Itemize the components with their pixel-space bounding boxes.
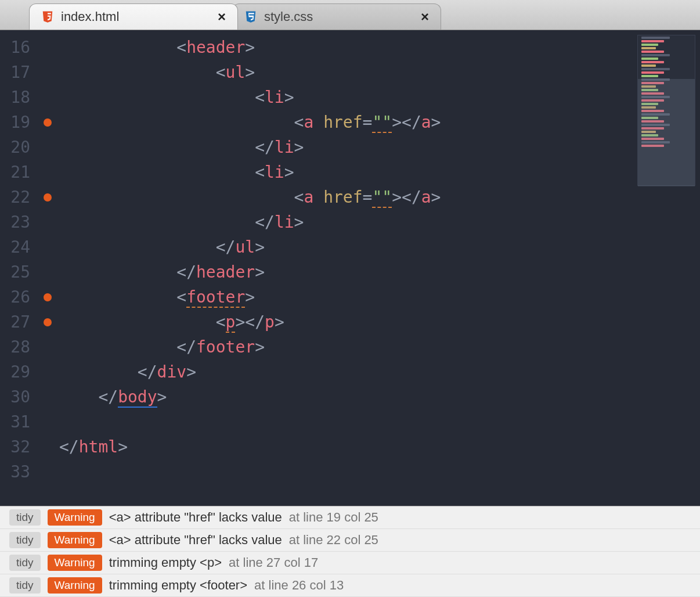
lint-message: trimming empty <p> xyxy=(109,555,222,570)
code-line[interactable]: <a href=""></a> xyxy=(59,110,700,135)
lint-level-badge: Warning xyxy=(48,577,102,594)
line-number: 17 xyxy=(0,60,30,85)
line-number: 32 xyxy=(0,434,30,459)
error-dot-icon[interactable] xyxy=(44,293,52,301)
lint-message: <a> attribute "href" lacks value xyxy=(109,533,282,548)
marker-slot xyxy=(36,434,59,459)
lint-source-badge: tidy xyxy=(9,532,41,548)
line-number: 29 xyxy=(0,359,30,384)
error-marker-gutter xyxy=(36,30,59,506)
minimap-viewport[interactable] xyxy=(638,79,695,186)
marker-slot xyxy=(36,185,59,210)
lint-location: at line 19 col 25 xyxy=(289,510,378,525)
lint-level-badge: Warning xyxy=(48,555,102,571)
line-number: 18 xyxy=(0,85,30,110)
lint-level-badge: Warning xyxy=(48,509,102,526)
marker-slot xyxy=(36,260,59,285)
tab-index-html[interactable]: index.html × xyxy=(29,3,238,30)
close-icon[interactable]: × xyxy=(218,10,226,24)
minimap[interactable] xyxy=(637,35,695,186)
code-line[interactable]: </html> xyxy=(59,434,700,459)
line-number: 20 xyxy=(0,135,30,160)
lint-row[interactable]: tidyWarningtrimming empty <p> at line 27… xyxy=(0,552,700,574)
code-editor[interactable]: 161718192021222324252627282930313233 <he… xyxy=(0,30,700,506)
marker-slot xyxy=(36,409,59,434)
marker-slot xyxy=(36,235,59,260)
line-number: 19 xyxy=(0,110,30,135)
code-line[interactable] xyxy=(59,459,700,484)
code-line[interactable]: <header> xyxy=(59,35,700,60)
marker-slot xyxy=(36,459,59,484)
lint-row[interactable]: tidyWarning<a> attribute "href" lacks va… xyxy=(0,529,700,552)
line-number: 30 xyxy=(0,384,30,409)
lint-row[interactable]: tidyWarning<a> attribute "href" lacks va… xyxy=(0,506,700,529)
line-number: 24 xyxy=(0,235,30,260)
code-line[interactable]: <li> xyxy=(59,85,700,110)
line-number: 28 xyxy=(0,335,30,359)
html5-icon xyxy=(41,10,54,23)
app-root: index.html × style.css × 161718192021222… xyxy=(0,0,700,597)
marker-slot xyxy=(36,135,59,160)
lint-location: at line 27 col 17 xyxy=(229,555,318,570)
marker-slot xyxy=(36,384,59,409)
code-line[interactable]: </li> xyxy=(59,210,700,235)
marker-slot xyxy=(36,110,59,135)
tab-style-css[interactable]: style.css × xyxy=(232,3,441,30)
line-number: 31 xyxy=(0,409,30,434)
line-number: 22 xyxy=(0,185,30,210)
line-number: 26 xyxy=(0,285,30,310)
code-line[interactable]: </footer> xyxy=(59,335,700,359)
line-number: 33 xyxy=(0,459,30,484)
code-line[interactable] xyxy=(59,409,700,434)
marker-slot xyxy=(36,85,59,110)
marker-slot xyxy=(36,285,59,310)
marker-slot xyxy=(36,160,59,185)
lint-row[interactable]: tidyWarningtrimming empty <footer> at li… xyxy=(0,574,700,597)
marker-slot xyxy=(36,310,59,335)
code-line[interactable]: <ul> xyxy=(59,60,700,85)
lint-level-badge: Warning xyxy=(48,532,102,548)
line-number-gutter: 161718192021222324252627282930313233 xyxy=(0,30,36,506)
lint-message: <a> attribute "href" lacks value xyxy=(109,510,282,525)
marker-slot xyxy=(36,60,59,85)
line-number: 27 xyxy=(0,310,30,335)
marker-slot xyxy=(36,359,59,384)
close-icon[interactable]: × xyxy=(421,10,429,24)
lint-source-badge: tidy xyxy=(9,509,41,526)
code-line[interactable]: </body> xyxy=(59,384,700,409)
tab-bar: index.html × style.css × xyxy=(0,0,700,30)
code-line[interactable]: <footer> xyxy=(59,285,700,310)
line-number: 25 xyxy=(0,260,30,285)
code-line[interactable]: </header> xyxy=(59,260,700,285)
tab-title: style.css xyxy=(264,9,414,24)
line-number: 21 xyxy=(0,160,30,185)
lint-panel: tidyWarning<a> attribute "href" lacks va… xyxy=(0,506,700,597)
code-line[interactable]: </div> xyxy=(59,359,700,384)
code-line[interactable]: </ul> xyxy=(59,235,700,260)
lint-message: trimming empty <footer> xyxy=(109,578,247,593)
lint-location: at line 26 col 13 xyxy=(254,578,344,593)
line-number: 16 xyxy=(0,35,30,60)
code-line[interactable]: </li> xyxy=(59,135,700,160)
line-number: 23 xyxy=(0,210,30,235)
code-area[interactable]: <header> <ul> <li> <a href=""></a> </li>… xyxy=(59,30,700,506)
error-dot-icon[interactable] xyxy=(44,318,52,326)
code-line[interactable]: <a href=""></a> xyxy=(59,185,700,210)
tab-title: index.html xyxy=(61,9,211,24)
css3-icon xyxy=(244,10,257,23)
code-line[interactable]: <li> xyxy=(59,160,700,185)
marker-slot xyxy=(36,35,59,60)
marker-slot xyxy=(36,335,59,359)
code-line[interactable]: <p></p> xyxy=(59,310,700,335)
lint-location: at line 22 col 25 xyxy=(289,533,378,548)
lint-source-badge: tidy xyxy=(9,577,41,594)
error-dot-icon[interactable] xyxy=(44,118,52,127)
marker-slot xyxy=(36,210,59,235)
lint-source-badge: tidy xyxy=(9,555,41,571)
error-dot-icon[interactable] xyxy=(44,193,52,202)
